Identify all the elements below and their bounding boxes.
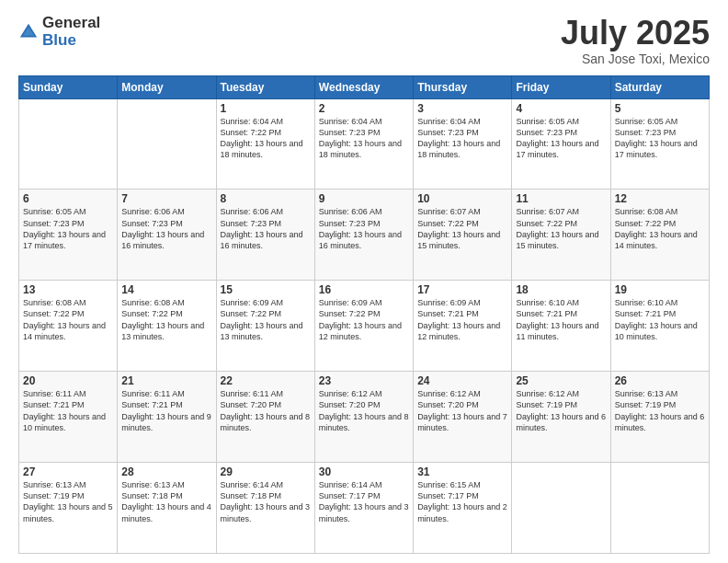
day-info: Sunrise: 6:07 AM Sunset: 7:22 PM Dayligh… (516, 206, 606, 251)
col-sunday: Sunday (19, 75, 118, 98)
calendar-cell: 27Sunrise: 6:13 AM Sunset: 7:19 PM Dayli… (19, 463, 118, 554)
day-info: Sunrise: 6:10 AM Sunset: 7:21 PM Dayligh… (516, 297, 606, 342)
day-info: Sunrise: 6:09 AM Sunset: 7:22 PM Dayligh… (221, 297, 311, 342)
calendar-cell: 28Sunrise: 6:13 AM Sunset: 7:18 PM Dayli… (118, 463, 216, 554)
calendar-cell: 16Sunrise: 6:09 AM Sunset: 7:22 PM Dayli… (314, 281, 413, 372)
calendar-cell: 20Sunrise: 6:11 AM Sunset: 7:21 PM Dayli… (19, 372, 118, 463)
calendar-cell: 22Sunrise: 6:11 AM Sunset: 7:20 PM Dayli… (216, 372, 314, 463)
day-info: Sunrise: 6:09 AM Sunset: 7:21 PM Dayligh… (417, 297, 507, 342)
calendar-cell: 11Sunrise: 6:07 AM Sunset: 7:22 PM Dayli… (512, 190, 610, 281)
col-tuesday: Tuesday (216, 75, 314, 98)
calendar-cell: 30Sunrise: 6:14 AM Sunset: 7:17 PM Dayli… (314, 463, 413, 554)
calendar-cell (118, 98, 216, 190)
calendar-week-row: 27Sunrise: 6:13 AM Sunset: 7:19 PM Dayli… (19, 463, 710, 554)
day-number: 3 (417, 102, 507, 115)
calendar-cell: 10Sunrise: 6:07 AM Sunset: 7:22 PM Dayli… (414, 190, 512, 281)
day-info: Sunrise: 6:06 AM Sunset: 7:23 PM Dayligh… (121, 206, 211, 251)
calendar-cell: 17Sunrise: 6:09 AM Sunset: 7:21 PM Dayli… (414, 281, 512, 372)
logo-general-text: General (42, 15, 100, 32)
day-info: Sunrise: 6:06 AM Sunset: 7:23 PM Dayligh… (221, 206, 311, 251)
day-number: 5 (615, 102, 705, 115)
calendar-cell (19, 98, 118, 190)
day-info: Sunrise: 6:06 AM Sunset: 7:23 PM Dayligh… (319, 206, 409, 251)
day-number: 11 (516, 192, 606, 205)
day-number: 15 (221, 283, 311, 296)
day-info: Sunrise: 6:12 AM Sunset: 7:20 PM Dayligh… (417, 388, 507, 433)
calendar-cell: 4Sunrise: 6:05 AM Sunset: 7:23 PM Daylig… (512, 98, 610, 190)
calendar-cell: 18Sunrise: 6:10 AM Sunset: 7:21 PM Dayli… (512, 281, 610, 372)
calendar-cell: 31Sunrise: 6:15 AM Sunset: 7:17 PM Dayli… (414, 463, 512, 554)
calendar-cell: 1Sunrise: 6:04 AM Sunset: 7:22 PM Daylig… (216, 98, 314, 190)
day-number: 24 (417, 374, 507, 387)
col-thursday: Thursday (414, 75, 512, 98)
day-info: Sunrise: 6:08 AM Sunset: 7:22 PM Dayligh… (23, 297, 113, 342)
calendar-week-row: 13Sunrise: 6:08 AM Sunset: 7:22 PM Dayli… (19, 281, 710, 372)
col-saturday: Saturday (610, 75, 709, 98)
calendar-table: Sunday Monday Tuesday Wednesday Thursday… (18, 75, 710, 554)
day-info: Sunrise: 6:05 AM Sunset: 7:23 PM Dayligh… (615, 116, 705, 161)
calendar-cell: 14Sunrise: 6:08 AM Sunset: 7:22 PM Dayli… (118, 281, 216, 372)
day-number: 20 (23, 374, 113, 387)
day-info: Sunrise: 6:12 AM Sunset: 7:19 PM Dayligh… (516, 388, 606, 433)
calendar-cell: 5Sunrise: 6:05 AM Sunset: 7:23 PM Daylig… (610, 98, 709, 190)
day-number: 10 (417, 192, 507, 205)
title-block: July 2025 San Jose Toxi, Mexico (561, 15, 710, 66)
day-number: 7 (121, 192, 211, 205)
day-info: Sunrise: 6:10 AM Sunset: 7:21 PM Dayligh… (615, 297, 705, 342)
calendar-cell: 25Sunrise: 6:12 AM Sunset: 7:19 PM Dayli… (512, 372, 610, 463)
calendar-cell: 19Sunrise: 6:10 AM Sunset: 7:21 PM Dayli… (610, 281, 709, 372)
day-number: 2 (319, 102, 409, 115)
day-number: 25 (516, 374, 606, 387)
calendar-week-row: 6Sunrise: 6:05 AM Sunset: 7:23 PM Daylig… (19, 190, 710, 281)
day-info: Sunrise: 6:04 AM Sunset: 7:23 PM Dayligh… (417, 116, 507, 161)
day-number: 19 (615, 283, 705, 296)
location: San Jose Toxi, Mexico (561, 52, 710, 66)
calendar-cell: 29Sunrise: 6:14 AM Sunset: 7:18 PM Dayli… (216, 463, 314, 554)
calendar-week-row: 1Sunrise: 6:04 AM Sunset: 7:22 PM Daylig… (19, 98, 710, 190)
day-number: 27 (23, 465, 113, 478)
calendar-cell: 13Sunrise: 6:08 AM Sunset: 7:22 PM Dayli… (19, 281, 118, 372)
calendar-cell: 21Sunrise: 6:11 AM Sunset: 7:21 PM Dayli… (118, 372, 216, 463)
calendar-cell: 8Sunrise: 6:06 AM Sunset: 7:23 PM Daylig… (216, 190, 314, 281)
day-info: Sunrise: 6:05 AM Sunset: 7:23 PM Dayligh… (23, 206, 113, 251)
calendar-cell: 24Sunrise: 6:12 AM Sunset: 7:20 PM Dayli… (414, 372, 512, 463)
day-number: 29 (221, 465, 311, 478)
calendar-cell: 26Sunrise: 6:13 AM Sunset: 7:19 PM Dayli… (610, 372, 709, 463)
calendar-cell: 15Sunrise: 6:09 AM Sunset: 7:22 PM Dayli… (216, 281, 314, 372)
page: General Blue July 2025 San Jose Toxi, Me… (0, 0, 728, 563)
calendar-cell: 9Sunrise: 6:06 AM Sunset: 7:23 PM Daylig… (314, 190, 413, 281)
day-number: 6 (23, 192, 113, 205)
calendar-cell: 2Sunrise: 6:04 AM Sunset: 7:23 PM Daylig… (314, 98, 413, 190)
day-number: 1 (221, 102, 311, 115)
day-info: Sunrise: 6:08 AM Sunset: 7:22 PM Dayligh… (121, 297, 211, 342)
calendar-cell (610, 463, 709, 554)
logo-blue-text: Blue (42, 32, 100, 50)
day-number: 14 (121, 283, 211, 296)
day-number: 30 (319, 465, 409, 478)
calendar-cell: 6Sunrise: 6:05 AM Sunset: 7:23 PM Daylig… (19, 190, 118, 281)
calendar-cell: 3Sunrise: 6:04 AM Sunset: 7:23 PM Daylig… (414, 98, 512, 190)
day-number: 12 (615, 192, 705, 205)
day-number: 23 (319, 374, 409, 387)
calendar-header-row: Sunday Monday Tuesday Wednesday Thursday… (19, 75, 710, 98)
calendar-cell: 23Sunrise: 6:12 AM Sunset: 7:20 PM Dayli… (314, 372, 413, 463)
day-number: 8 (221, 192, 311, 205)
header: General Blue July 2025 San Jose Toxi, Me… (18, 15, 710, 66)
day-info: Sunrise: 6:11 AM Sunset: 7:20 PM Dayligh… (221, 388, 311, 433)
calendar-cell (512, 463, 610, 554)
day-number: 21 (121, 374, 211, 387)
day-info: Sunrise: 6:11 AM Sunset: 7:21 PM Dayligh… (23, 388, 113, 433)
day-info: Sunrise: 6:14 AM Sunset: 7:18 PM Dayligh… (221, 479, 311, 524)
day-info: Sunrise: 6:05 AM Sunset: 7:23 PM Dayligh… (516, 116, 606, 161)
logo: General Blue (18, 15, 100, 49)
day-info: Sunrise: 6:04 AM Sunset: 7:23 PM Dayligh… (319, 116, 409, 161)
day-info: Sunrise: 6:15 AM Sunset: 7:17 PM Dayligh… (417, 479, 507, 524)
day-info: Sunrise: 6:12 AM Sunset: 7:20 PM Dayligh… (319, 388, 409, 433)
day-number: 17 (417, 283, 507, 296)
day-info: Sunrise: 6:13 AM Sunset: 7:19 PM Dayligh… (615, 388, 705, 433)
calendar-cell: 7Sunrise: 6:06 AM Sunset: 7:23 PM Daylig… (118, 190, 216, 281)
day-info: Sunrise: 6:11 AM Sunset: 7:21 PM Dayligh… (121, 388, 211, 433)
day-number: 22 (221, 374, 311, 387)
day-info: Sunrise: 6:04 AM Sunset: 7:22 PM Dayligh… (221, 116, 311, 161)
day-number: 18 (516, 283, 606, 296)
